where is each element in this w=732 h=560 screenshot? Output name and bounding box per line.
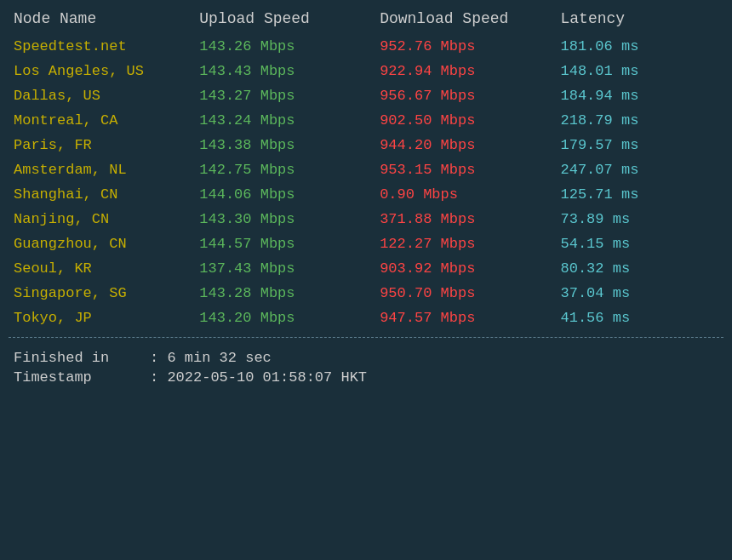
cell-download-8: 122.27 Mbps (375, 231, 555, 256)
header-latency: Latency (556, 7, 723, 34)
cell-node-3: Montreal, CA (9, 108, 194, 133)
cell-upload-10: 143.28 Mbps (194, 281, 375, 306)
finished-value: : 6 min 32 sec (150, 350, 272, 366)
cell-download-2: 956.67 Mbps (375, 83, 555, 108)
cell-download-3: 902.50 Mbps (375, 108, 555, 133)
divider (9, 337, 723, 338)
cell-upload-2: 143.27 Mbps (194, 83, 375, 108)
table-row: Los Angeles, US143.43 Mbps922.94 Mbps148… (9, 59, 723, 83)
table-row: Montreal, CA143.24 Mbps902.50 Mbps218.79… (9, 108, 723, 133)
timestamp-label: Timestamp (14, 369, 150, 386)
cell-latency-11: 41.56 ms (556, 306, 723, 330)
cell-upload-4: 143.38 Mbps (194, 133, 375, 157)
header-node: Node Name (9, 7, 194, 34)
cell-upload-3: 143.24 Mbps (194, 108, 375, 133)
cell-node-0: Speedtest.net (9, 34, 194, 59)
cell-node-11: Tokyo, JP (9, 306, 194, 330)
cell-node-4: Paris, FR (9, 133, 194, 157)
table-row: Tokyo, JP143.20 Mbps947.57 Mbps41.56 ms (9, 306, 723, 330)
cell-download-5: 953.15 Mbps (375, 157, 555, 182)
cell-latency-3: 218.79 ms (556, 108, 723, 133)
timestamp-value: : 2022-05-10 01:58:07 HKT (150, 369, 367, 386)
cell-download-9: 903.92 Mbps (375, 256, 555, 281)
cell-latency-2: 184.94 ms (556, 83, 723, 108)
table-header-row: Node Name Upload Speed Download Speed La… (9, 7, 723, 34)
cell-upload-1: 143.43 Mbps (194, 59, 375, 83)
table-row: Nanjing, CN143.30 Mbps371.88 Mbps73.89 m… (9, 207, 723, 231)
cell-download-4: 944.20 Mbps (375, 133, 555, 157)
cell-latency-0: 181.06 ms (556, 34, 723, 59)
table-row: Speedtest.net143.26 Mbps952.76 Mbps181.0… (9, 34, 723, 59)
cell-node-2: Dallas, US (9, 83, 194, 108)
table-row: Seoul, KR137.43 Mbps903.92 Mbps80.32 ms (9, 256, 723, 281)
cell-upload-6: 144.06 Mbps (194, 182, 375, 207)
cell-latency-1: 148.01 ms (556, 59, 723, 83)
cell-node-6: Shanghai, CN (9, 182, 194, 207)
cell-node-10: Singapore, SG (9, 281, 194, 306)
cell-latency-10: 37.04 ms (556, 281, 723, 306)
table-row: Shanghai, CN144.06 Mbps0.90 Mbps125.71 m… (9, 182, 723, 207)
cell-download-7: 371.88 Mbps (375, 207, 555, 231)
speed-table: Node Name Upload Speed Download Speed La… (9, 7, 723, 330)
table-row: Guangzhou, CN144.57 Mbps122.27 Mbps54.15… (9, 231, 723, 256)
footer-timestamp-row: Timestamp : 2022-05-10 01:58:07 HKT (14, 369, 718, 386)
cell-upload-5: 142.75 Mbps (194, 157, 375, 182)
cell-upload-0: 143.26 Mbps (194, 34, 375, 59)
cell-latency-6: 125.71 ms (556, 182, 723, 207)
cell-download-11: 947.57 Mbps (375, 306, 555, 330)
cell-node-7: Nanjing, CN (9, 207, 194, 231)
finished-label: Finished in (14, 350, 150, 366)
cell-upload-8: 144.57 Mbps (194, 231, 375, 256)
cell-latency-8: 54.15 ms (556, 231, 723, 256)
cell-latency-7: 73.89 ms (556, 207, 723, 231)
header-download: Download Speed (375, 7, 555, 34)
cell-upload-7: 143.30 Mbps (194, 207, 375, 231)
footer-finished-row: Finished in : 6 min 32 sec (14, 350, 718, 366)
table-wrapper: Node Name Upload Speed Download Speed La… (9, 7, 723, 330)
cell-latency-4: 179.57 ms (556, 133, 723, 157)
cell-node-5: Amsterdam, NL (9, 157, 194, 182)
table-row: Paris, FR143.38 Mbps944.20 Mbps179.57 ms (9, 133, 723, 157)
cell-node-1: Los Angeles, US (9, 59, 194, 83)
cell-download-1: 922.94 Mbps (375, 59, 555, 83)
cell-node-9: Seoul, KR (9, 256, 194, 281)
table-row: Dallas, US143.27 Mbps956.67 Mbps184.94 m… (9, 83, 723, 108)
cell-upload-11: 143.20 Mbps (194, 306, 375, 330)
cell-download-6: 0.90 Mbps (375, 182, 555, 207)
cell-download-10: 950.70 Mbps (375, 281, 555, 306)
header-upload: Upload Speed (194, 7, 375, 34)
footer: Finished in : 6 min 32 sec Timestamp : 2… (9, 345, 723, 394)
table-row: Singapore, SG143.28 Mbps950.70 Mbps37.04… (9, 281, 723, 306)
table-row: Amsterdam, NL142.75 Mbps953.15 Mbps247.0… (9, 157, 723, 182)
cell-node-8: Guangzhou, CN (9, 231, 194, 256)
cell-latency-9: 80.32 ms (556, 256, 723, 281)
cell-upload-9: 137.43 Mbps (194, 256, 375, 281)
main-container: Node Name Upload Speed Download Speed La… (0, 0, 732, 560)
cell-download-0: 952.76 Mbps (375, 34, 555, 59)
cell-latency-5: 247.07 ms (556, 157, 723, 182)
